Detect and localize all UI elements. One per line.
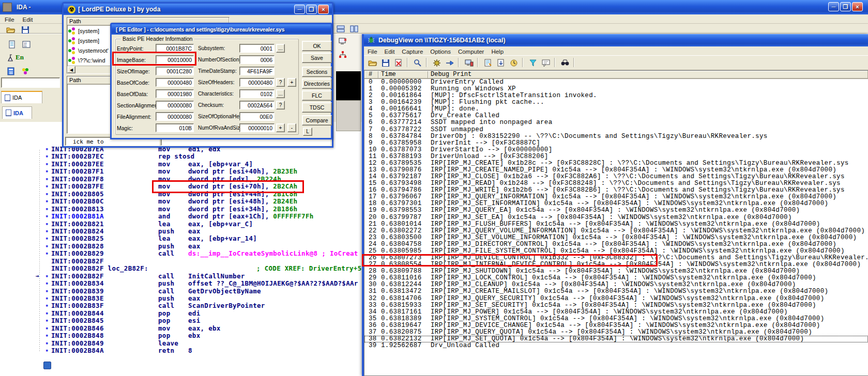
close-button[interactable]: ×: [852, 2, 863, 11]
lordpe-titlebar[interactable]: ☢ [ LordPE Deluxe b ] by yoda ─ ❐ ×: [64, 4, 332, 15]
save-log-icon[interactable]: [380, 58, 391, 68]
tab-ida-view-2[interactable]: IDA: [2, 106, 32, 119]
disasm-line[interactable]: ▪INIT:0002B844popedi: [44, 310, 375, 317]
log-row[interactable]: 370.63820875IRP[IRP_MJ_QUERY_QUOTA] 0x1c…: [364, 329, 868, 336]
field-sizeofheaders[interactable]: 00000480: [239, 78, 275, 87]
compare-button[interactable]: Compare: [302, 115, 332, 126]
disasm-line[interactable]: ▪INIT:0002B848popebx: [44, 332, 375, 339]
field-sizeofoptionalheader[interactable]: 00E0: [239, 112, 275, 121]
calculator-icon[interactable]: [5, 66, 17, 76]
save-button[interactable]: Save: [302, 53, 332, 63]
log-row[interactable]: 230.63803500IRP[IRP_MJ_SET_VOLUME_INFORM…: [364, 234, 868, 241]
document-icon[interactable]: [6, 39, 18, 49]
scroll-thumb[interactable]: [43, 362, 51, 369]
tdsc-button[interactable]: TDSC: [302, 102, 332, 113]
debugview-log-list[interactable]: # Time Debug Print 00.00000000DriverEntr…: [364, 70, 868, 376]
disasm-line[interactable]: ▪INIT:0002B839callGetDrvObjectByName: [44, 288, 375, 295]
field-subsystem[interactable]: 0001: [239, 44, 275, 53]
disasm-line[interactable]: ▪→INIT:0002B82FcallInitCallNumber: [44, 273, 375, 280]
disasm-line[interactable]: ▪INIT:0002B845popesi: [44, 317, 375, 324]
folder-open-icon[interactable]: [5, 25, 17, 35]
disasm-line[interactable]: ▪INIT:0002B7EEmoveax, [ebp+var_4]: [44, 161, 375, 168]
log-row[interactable]: 170.63796067IRP[IRP_MJ_QUERY_INFORMATION…: [364, 194, 868, 200]
log-row[interactable]: 310.63813472IRP[IRP_MJ_CREATE_MAILSLOT] …: [364, 288, 868, 295]
disasm-line[interactable]: ▪INIT:0002B83Epusheax: [44, 295, 375, 302]
log-row[interactable]: 30.00164239[MUP]: Flushing pkt cache...: [364, 99, 868, 106]
field-timedatestamp[interactable]: 4F61FA9F: [239, 67, 275, 75]
close-button[interactable]: ×: [318, 5, 329, 14]
log-row[interactable]: 10.00005392Running on Windows XP: [364, 86, 868, 92]
field-filealignment[interactable]: 00000080: [156, 112, 194, 121]
disasm-line[interactable]: INIT:0002B82F: [44, 258, 375, 265]
field-numberofsections[interactable]: 0006: [239, 55, 275, 64]
zoom-icon[interactable]: [412, 58, 423, 68]
log-row[interactable]: 240.63804758IRP[IRP_MJ_DIRECTORY_CONTROL…: [364, 241, 868, 248]
column-resize-handle[interactable]: [428, 71, 428, 78]
log-row[interactable]: 120.63789535IRP[IRP_MJ_CREATE] 0x1b28c -…: [364, 160, 868, 167]
log-row[interactable]: 391.92562687Drv_Unload Called: [364, 342, 868, 349]
split-vertical-icon[interactable]: [348, 24, 360, 34]
log-row[interactable]: 360.63819647IRP[IRP_MJ_DEVICE_CHANGE] 0x…: [364, 322, 868, 329]
log-row[interactable]: 320.63814706IRP[IRP_MJ_QUERY_SECURITY] 0…: [364, 295, 868, 302]
log-row[interactable]: 160.63794786IRP[IRP_MJ_WRITE] 0x1b2b6 --…: [364, 187, 868, 194]
log-row[interactable]: 280.63809788IRP[IRP_MJ_SHUTDOWN] 0x1c54a…: [364, 268, 868, 275]
log-row[interactable]: 380.63822132IRP[IRP_MJ_SET_QUOTA] 0x1c54…: [364, 336, 868, 342]
gray-panel[interactable]: [336, 100, 361, 131]
clock-icon[interactable]: [508, 58, 520, 68]
flask-icon[interactable]: [5, 53, 17, 62]
debugview-titlebar[interactable]: DebugView on \\TIGZY-156D41AB2 (local): [364, 34, 868, 46]
log-row[interactable]: 110.63788193DriverUnload --> [0xF3C88206…: [364, 153, 868, 160]
disasm-line[interactable]: ▪INIT:0002B7ECrep stosd: [44, 153, 375, 160]
log-row[interactable]: 210.63801014IRP[IRP_MJ_FLUSH_BUFFERS] 0x…: [364, 221, 868, 228]
restore-button[interactable]: ❐: [840, 2, 851, 11]
l-button[interactable]: L: [303, 128, 312, 136]
clear-display-icon[interactable]: [393, 58, 404, 68]
log-row[interactable]: 200.63799787IRP[IRP_MJ_SET_EA] 0x1c54a -…: [364, 214, 868, 221]
disasm-line[interactable]: ▪INIT:0002B81Aanddword ptr [eax+1Ch], 0F…: [44, 213, 375, 220]
log-boot-icon[interactable]: [495, 58, 507, 68]
aux-button-+[interactable]: +: [276, 123, 285, 132]
comment-icon[interactable]: [540, 58, 552, 68]
filter-icon[interactable]: [527, 58, 539, 68]
column-header-debugprint[interactable]: Debug Print: [431, 71, 471, 78]
disasm-line[interactable]: ▪INIT:0002B828pusheax: [44, 243, 375, 250]
log-row[interactable]: 50.63775617Drv_Create Called: [364, 113, 868, 119]
sections-button[interactable]: Sections: [302, 67, 332, 77]
remote-computer-icon[interactable]: [463, 58, 475, 68]
log-row[interactable]: 40.00166641[MUP]: done.: [364, 106, 868, 113]
menu-capture[interactable]: Capture: [398, 48, 427, 56]
pe-editor-titlebar[interactable]: [ PE Editor ] - c:\documents and setting…: [112, 24, 331, 35]
minimize-button[interactable]: ─: [294, 5, 305, 14]
log-row[interactable]: 90.63785958DriverInit --> [0xF3C8887C]: [364, 140, 868, 147]
field-magic[interactable]: 010B: [156, 123, 194, 132]
log-row[interactable]: 60.63777214SSDT mapped into nonpaged are…: [364, 119, 868, 126]
disasm-line[interactable]: INIT:0002B82F loc_2B82F:; CODE XREF: Dri…: [44, 265, 375, 272]
field-sizeofimage[interactable]: 0001C280: [156, 67, 194, 75]
log-row[interactable]: 190.63798553IRP[IRP_MJ_QUERY_EA] 0x1c54a…: [364, 207, 868, 214]
menu-file[interactable]: File: [1, 15, 18, 24]
graph-tree-icon[interactable]: [337, 50, 348, 59]
field-checksum[interactable]: 0002A564: [239, 101, 275, 109]
field-characteristics[interactable]: 0102: [239, 89, 275, 98]
field-baseofdata[interactable]: 00001980: [156, 89, 194, 98]
log-row[interactable]: 00.00000000DriverEntry Called: [364, 79, 868, 86]
tab-ida-view-1[interactable]: IDA: [1, 91, 42, 103]
passthrough-arrow-icon[interactable]: [444, 58, 455, 68]
split-horizontal-icon[interactable]: [335, 24, 346, 34]
restore-button[interactable]: ❐: [306, 5, 317, 14]
log-row[interactable]: 100.63787073DriverStartIo --> [0x0000000…: [364, 147, 868, 153]
log-row[interactable]: 150.63793498IRP[IRP_MJ_READ] 0x1b248 -->…: [364, 180, 868, 187]
disasm-line[interactable]: ▪INIT:0002B821leaeax, [ebp+var_C]: [44, 221, 375, 228]
disasm-line[interactable]: ▪INIT:0002B834pushoffset ??_C@_1BM@HOIJA…: [44, 280, 375, 287]
log-row[interactable]: 330.63815933IRP[IRP_MJ_SET_SECURITY] 0x1…: [364, 302, 868, 309]
disasm-line[interactable]: ▪INIT:0002B80Cmovdword ptr [esi+48h], 2B…: [44, 198, 375, 205]
menu-help[interactable]: Help: [488, 48, 507, 56]
en-toolbar-label[interactable]: En: [16, 53, 24, 61]
directories-button[interactable]: Directories: [302, 79, 332, 89]
log-row[interactable]: 80.63784784DriverObj : 0x83152290 -- \??…: [364, 133, 868, 140]
field-baseofcode[interactable]: 00000480: [156, 78, 194, 87]
column-header-time[interactable]: Time: [381, 71, 396, 78]
menu-edit[interactable]: Edit: [19, 15, 37, 24]
palette-icon[interactable]: [20, 66, 31, 76]
menu-computer[interactable]: Computer: [454, 48, 488, 56]
